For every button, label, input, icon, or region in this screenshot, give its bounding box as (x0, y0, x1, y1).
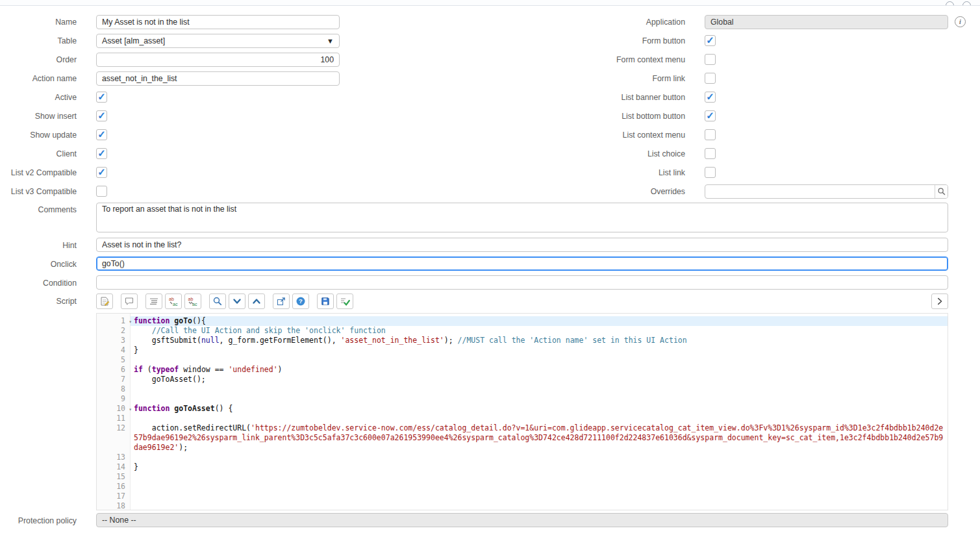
line-number: 3 (97, 336, 131, 345)
expand-editor-icon (935, 297, 944, 306)
code-line[interactable]: 18 (97, 501, 948, 510)
topbar-icon[interactable] (962, 1, 971, 6)
code-text: goToAsset(); (131, 375, 948, 384)
form-button-checkbox[interactable] (705, 35, 716, 46)
syntax-check-button[interactable] (336, 293, 353, 309)
code-line[interactable]: 10▾function goToAsset() { (97, 404, 948, 414)
application-value: Global (710, 18, 734, 27)
code-line[interactable]: 14} (97, 462, 948, 472)
line-number: 12 (97, 423, 131, 453)
code-line[interactable]: 4} (97, 345, 948, 355)
active-row: Active (0, 88, 344, 106)
code-text: gsftSubmit(null, g_form.getFormElement()… (131, 336, 948, 345)
form-link-row: Form link (539, 69, 980, 88)
list-link-checkbox[interactable] (705, 167, 716, 178)
replace-icon: ab ac (168, 296, 179, 306)
form-link-checkbox[interactable] (705, 73, 716, 84)
protection-policy-field: -- None -- (96, 513, 948, 527)
script-editor-button[interactable] (96, 293, 113, 309)
condition-input[interactable] (96, 275, 948, 290)
form-context-menu-checkbox[interactable] (705, 54, 716, 65)
code-line[interactable]: 2 //Call the UI Action and skip the 'onc… (97, 326, 948, 336)
script-editor-icon (99, 296, 110, 306)
help-icon: ? (295, 296, 306, 306)
list-context-menu-checkbox[interactable] (705, 129, 716, 140)
open-new-window-button[interactable] (273, 293, 290, 309)
code-line[interactable]: 11 (97, 414, 948, 423)
replace-button[interactable]: ab ac (165, 293, 182, 309)
overrides-lookup-button[interactable] (935, 185, 948, 198)
svg-text:ab: ab (169, 297, 174, 301)
list-choice-checkbox[interactable] (705, 148, 716, 159)
line-number: 7 (97, 375, 131, 384)
save-button[interactable] (317, 293, 334, 309)
list-bottom-button-checkbox[interactable] (705, 110, 716, 121)
onclick-input[interactable] (96, 256, 948, 271)
code-line[interactable]: 16 (97, 482, 948, 492)
show-update-checkbox[interactable] (96, 129, 107, 140)
order-input[interactable] (96, 53, 340, 67)
fold-arrow-icon[interactable]: ▾ (129, 405, 132, 414)
find-previous-button[interactable] (248, 293, 265, 309)
code-line[interactable]: 17 (97, 492, 948, 501)
list-banner-button-checkbox[interactable] (705, 92, 716, 103)
help-button[interactable]: ? (292, 293, 309, 309)
code-text (131, 414, 948, 423)
comment-button[interactable] (121, 293, 138, 309)
code-line[interactable]: 1▾function goTo(){ (97, 316, 948, 326)
format-code-button[interactable] (145, 293, 162, 309)
code-text: } (131, 462, 948, 472)
code-line[interactable]: 13 (97, 453, 948, 462)
script-label: Script (0, 297, 77, 306)
expand-editor-button[interactable] (931, 293, 948, 309)
name-input[interactable] (96, 15, 340, 29)
name-row: Name (0, 12, 344, 31)
code-line[interactable]: 3 gsftSubmit(null, g_form.getFormElement… (97, 336, 948, 345)
list-link-row: List link (539, 163, 980, 182)
list-bottom-button-row: List bottom button (539, 106, 980, 125)
code-text (131, 492, 948, 501)
fold-arrow-icon[interactable]: ▾ (129, 317, 132, 327)
onclick-label: Onclick (0, 260, 77, 269)
line-number: 1▾ (97, 316, 131, 326)
list-context-menu-row: List context menu (539, 125, 980, 144)
code-line[interactable]: 15 (97, 472, 948, 482)
syntax-check-icon (340, 296, 350, 306)
overrides-input[interactable] (705, 184, 948, 199)
code-line[interactable]: 8 (97, 384, 948, 394)
replace-all-button[interactable]: ab ac (184, 293, 201, 309)
find-next-button[interactable] (229, 293, 245, 309)
code-text (131, 355, 948, 365)
action-name-input[interactable] (96, 71, 340, 86)
list-v3-row: List v3 Compatible (0, 182, 344, 201)
comments-textarea[interactable]: To report an asset that is not in the li… (96, 203, 948, 232)
client-checkbox[interactable] (96, 148, 107, 159)
search-button[interactable] (209, 293, 226, 309)
line-number: 11 (97, 414, 131, 423)
list-link-label: List link (539, 168, 685, 177)
code-lines: 1▾function goTo(){2 //Call the UI Action… (97, 314, 948, 510)
script-code-editor[interactable]: 1▾function goTo(){2 //Call the UI Action… (96, 313, 948, 510)
list-v2-checkbox[interactable] (96, 167, 107, 178)
info-icon[interactable]: i (955, 16, 966, 27)
open-new-window-icon (276, 296, 286, 306)
code-line[interactable]: 7 goToAsset(); (97, 375, 948, 384)
list-v3-checkbox[interactable] (96, 186, 107, 197)
line-number: 8 (97, 384, 131, 394)
code-text: } (131, 345, 948, 355)
active-checkbox[interactable] (96, 92, 107, 103)
code-text: if (typeof window == 'undefined') (131, 365, 948, 375)
code-line[interactable]: 5 (97, 355, 948, 365)
show-insert-checkbox[interactable] (96, 110, 107, 121)
code-line[interactable]: 9 (97, 394, 948, 404)
line-number: 6 (97, 365, 131, 375)
comments-label: Comments (0, 205, 77, 214)
table-select[interactable]: Asset [alm_asset] ▼ (96, 34, 340, 48)
topbar-icon[interactable] (946, 1, 954, 6)
code-line[interactable]: 12 action.setRedirectURL('https://zumtob… (97, 423, 948, 453)
hint-input[interactable] (96, 238, 948, 252)
active-label: Active (0, 93, 77, 102)
form-button-row: Form button (539, 31, 980, 50)
code-line[interactable]: 6if (typeof window == 'undefined') (97, 365, 948, 375)
line-number: 18 (97, 501, 131, 510)
